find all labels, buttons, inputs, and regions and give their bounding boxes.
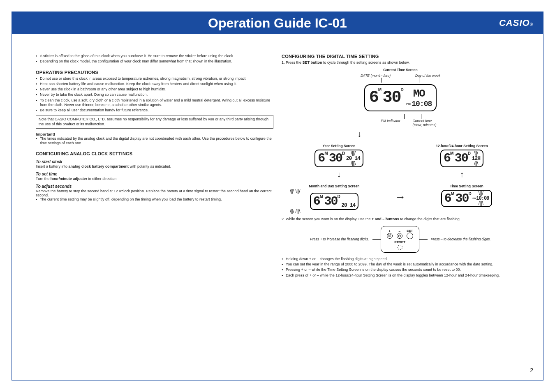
flash-top: \||/ \|||/ <box>282 190 387 193</box>
pm-mark: PM <box>406 102 411 105</box>
arrow-down-icon: ↓ <box>282 129 437 139</box>
list-item: Depending on the clock model, the config… <box>36 59 273 64</box>
list-item: Holding down + or – changes the flashing… <box>282 257 519 261</box>
adjust-seconds-text: Remove the battery to stop the second ha… <box>36 189 273 197</box>
top-btn-row: + ⦾ – ⊙ SET <box>387 229 413 239</box>
lcd-year: 6M 30D \|||/ 20 14 /|||\ <box>314 150 363 167</box>
step-1: 1. Press the SET button to cycle through… <box>282 60 519 65</box>
callout-row-bottom <box>282 114 519 119</box>
list-item: To clean the clock, use a soft, dry clot… <box>36 98 273 108</box>
buttons-box: + ⦾ – ⊙ SET <box>381 226 419 253</box>
flash-icon: /|||\ <box>479 200 483 206</box>
d-mark: D <box>469 191 472 196</box>
brand-name: CASIO <box>499 18 530 28</box>
lead-line-icon <box>372 239 381 240</box>
callout-lines <box>282 78 519 83</box>
content: A sticker is affixed to the glass of thi… <box>12 34 543 288</box>
list-item: The times indicated by the analog clock … <box>36 136 273 146</box>
seg-month: 6 <box>318 151 324 165</box>
seg-dow: MO <box>413 88 425 100</box>
flash-icon: /|||\ <box>351 160 355 166</box>
list-item: Never use the clock in a bathroom or any… <box>36 87 273 92</box>
m-mark: M <box>324 151 328 156</box>
page: Operation Guide IC-01 CASIO® A sticker i… <box>0 0 555 392</box>
minus-button-icon: ⊙ <box>397 233 402 239</box>
list-item: Never try to take the clock apart. Doing… <box>36 92 273 97</box>
lead-line-icon <box>419 78 419 83</box>
text: Holding down + or – changes the flashing… <box>286 257 388 261</box>
lead-line-icon <box>382 78 382 83</box>
seg-date: 30 <box>324 194 338 208</box>
arrow-down-icon: ↓ <box>282 170 396 179</box>
brand-mark: ® <box>530 22 533 27</box>
flash-icon: /||\ <box>474 160 478 166</box>
reset-label: RESET <box>387 240 413 244</box>
text: Each press of + or – while the 12-hour/2… <box>286 273 500 277</box>
disclaimer-box: Note that CASIO COMPUTER CO., LTD. assum… <box>36 115 273 129</box>
arrow-right-icon: → <box>395 191 406 203</box>
top-notes-list: A sticker is affixed to the glass of thi… <box>36 54 273 64</box>
year-1224-row: Year Setting Screen 6M 30D \|||/ 20 14 /… <box>282 141 519 182</box>
title-bar: Operation Guide IC-01 CASIO® <box>12 12 543 34</box>
flash-icon: \|||/ <box>351 150 355 156</box>
left-column: A sticker is affixed to the glass of thi… <box>36 54 273 280</box>
lead-line-icon <box>404 114 405 119</box>
seg-extra: 20 14 <box>341 202 355 208</box>
d-mark: D <box>401 88 404 92</box>
text: You can set the year in the range of 200… <box>286 262 493 266</box>
plus-callout: Press + to increase the flashing digits. <box>307 237 372 241</box>
h1224-label: 12-hour/24-hour Setting Screen <box>405 144 519 148</box>
h1224-panel: 12-hour/24-hour Setting Screen 6M 30D \|… <box>405 141 519 182</box>
lcd-main-display: 6M 30D MO PM 10:08 <box>364 84 437 111</box>
adjust-seconds-note: The current time setting may be slightly… <box>36 197 273 202</box>
seg-date: 30 <box>455 151 468 165</box>
text-bold: analog clock battery compartment <box>69 164 129 168</box>
page-number: 2 <box>530 367 533 374</box>
precautions-heading: OPERATING PRECAUTIONS <box>36 70 273 75</box>
reset-button-icon <box>398 245 402 250</box>
seg-time: 10:08 <box>412 100 432 108</box>
set-label: SET <box>407 229 413 233</box>
curtime-callout: Current time (Hour, minutes) <box>413 119 437 127</box>
lcd-timeset: 6M 30D \|||/ PM10:08 /|||\ <box>441 190 493 207</box>
timeset-label: Time Setting Screen <box>414 184 519 188</box>
start-clock-heading: To start clock <box>36 159 273 164</box>
figure-area: Current Time Screen DATE (month-date) Da… <box>282 68 519 213</box>
text: 2. While the screen you want is on the d… <box>282 217 372 221</box>
lead-line-icon <box>421 114 421 119</box>
minus-label: – <box>397 229 402 233</box>
inner-border: Operation Guide IC-01 CASIO® A sticker i… <box>12 12 543 380</box>
text-bold: SET button <box>303 60 322 65</box>
text: 1. Press the <box>282 60 303 65</box>
text-bold: + and – buttons <box>372 217 399 221</box>
seg-month: 6 <box>313 194 320 208</box>
list-item: Do not use or store this clock in areas … <box>36 76 273 81</box>
m-mark: M <box>378 88 382 92</box>
lead-line-icon <box>419 239 428 240</box>
list-item: Heat can shorten battery life and cause … <box>36 82 273 86</box>
digital-heading: CONFIGURING THE DIGITAL TIME SETTING <box>282 54 519 59</box>
seg-month: 6 <box>444 191 451 205</box>
flash-icon: \|||/ <box>479 190 483 196</box>
list-item: You can set the year in the range of 200… <box>282 262 519 267</box>
callout-row-bottom-text: PM indicator Current time (Hour, minutes… <box>282 119 519 127</box>
year-label: Year Setting Screen <box>282 144 396 148</box>
buttons-figure: Press + to increase the flashing digits.… <box>282 226 519 253</box>
precautions-list: Do not use or store this clock in areas … <box>36 76 273 113</box>
text: to change the digits that are flashing. <box>399 217 461 221</box>
set-time-text: Turn the hour/minute adjuster in either … <box>36 177 273 181</box>
lcd-monthday: 6M 30D 20 14 <box>310 193 359 210</box>
text: Pressing + or – while the Time Setting S… <box>286 267 461 272</box>
seg-date: 30 <box>456 191 469 205</box>
list-item: A sticker is affixed to the glass of thi… <box>36 54 273 58</box>
minus-callout: Press – to decrease the flashing digits. <box>428 237 494 241</box>
text: to cycle through the setting screens as … <box>322 60 410 65</box>
flash-bottom: /||\ /|||\ <box>282 210 387 213</box>
set-time-heading: To set time <box>36 172 273 176</box>
flash-icon: \||/ <box>474 150 478 156</box>
current-screen-label: Current Time Screen <box>282 68 519 72</box>
m-mark: M <box>451 191 454 196</box>
lcd-1224: 6M 30D \||/ 12H /||\ <box>440 150 483 167</box>
start-clock-text: Insert a battery into analog clock batte… <box>36 164 273 168</box>
monthday-panel: Month and Day Setting Screen \||/ \|||/ … <box>282 182 387 213</box>
